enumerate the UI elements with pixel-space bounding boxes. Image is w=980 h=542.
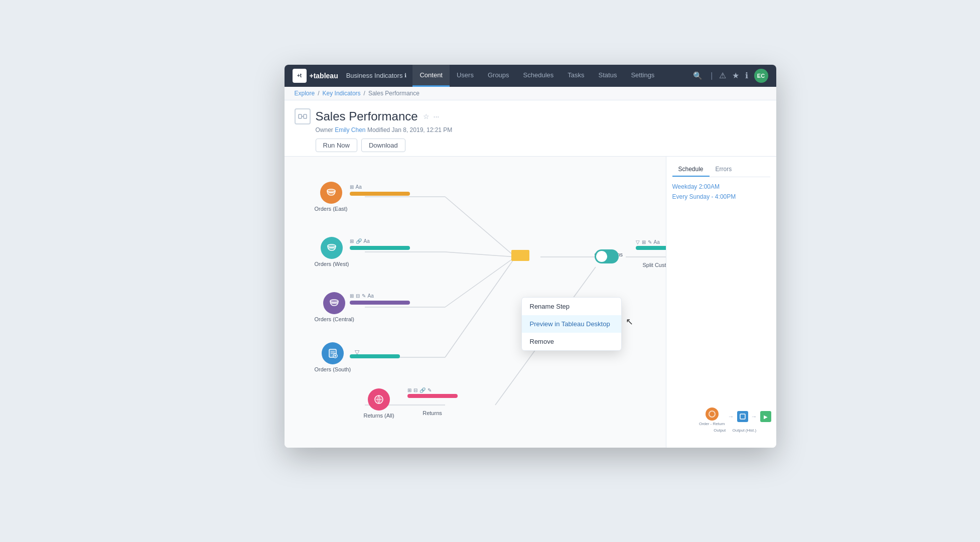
r-icon-1: ⊞	[407, 387, 411, 393]
node-orders-central[interactable]: Orders (Central)	[315, 292, 354, 322]
alert-icon[interactable]: ⚠	[719, 71, 726, 80]
mini-arrow-2: →	[751, 413, 757, 420]
west-step-icons: ⊞ 🔗 Aa	[350, 238, 410, 244]
orders-south-icon	[322, 342, 344, 364]
union-node[interactable]	[511, 248, 536, 268]
tab-content[interactable]: Content	[412, 65, 450, 87]
logo-text: +tableau	[310, 72, 338, 80]
central-step-icons: ⊞ ⊟ ✎ Aa	[350, 293, 410, 299]
mini-flow-area: Order - Return → → ▶ Output Output (Hist…	[699, 408, 771, 433]
flow-canvas[interactable]: Orders (East) ⊞ Aa Ord	[285, 157, 666, 448]
orders-west-icon	[321, 237, 343, 259]
node-orders-east[interactable]: Orders (East)	[315, 182, 348, 212]
mini-label-1: Order - Return	[699, 422, 725, 426]
avatar[interactable]: EC	[754, 69, 768, 83]
page-title-row: Sales Performance ☆ ···	[295, 108, 766, 124]
svg-line-4	[445, 197, 515, 257]
owner-link[interactable]: Emily Chen	[335, 126, 365, 133]
page-header: Sales Performance ☆ ··· Owner Emily Chen…	[285, 100, 776, 157]
breadcrumb-sep1: /	[318, 90, 319, 97]
node-returns-all[interactable]: Returns (All)	[364, 388, 394, 419]
cursor-indicator: ↖	[626, 316, 633, 327]
right-panel: Schedule Errors Weekday 2:00AM Every Sun…	[666, 157, 776, 448]
r-icon-2: ⊟	[413, 387, 417, 393]
mini-arrow-1: →	[728, 413, 734, 420]
context-menu-rename[interactable]: Rename Step	[522, 298, 621, 315]
node-orders-south[interactable]: Orders (South)	[315, 342, 351, 372]
toggle-switch	[595, 249, 619, 263]
mini-labels-row: Output Output (Hist.)	[714, 428, 756, 433]
east-step-area: ⊞ Aa	[350, 184, 410, 196]
split-customer-label: Split Customer	[636, 262, 666, 268]
context-menu-preview[interactable]: Preview in Tableau Desktop	[522, 315, 621, 333]
east-step-bar[interactable]	[350, 192, 410, 196]
more-icon[interactable]: ···	[434, 112, 440, 120]
page-flow-icon	[295, 108, 311, 124]
split-step-bar[interactable]	[636, 246, 666, 250]
orders-west-label: Orders (West)	[315, 261, 349, 267]
page-actions: Run Now Download	[316, 139, 766, 152]
svg-rect-1	[304, 114, 307, 118]
modified-text: Modified Jan 8, 2019, 12:21 PM	[367, 126, 452, 133]
page-title: Sales Performance	[316, 109, 418, 123]
tab-schedules[interactable]: Schedules	[516, 65, 561, 87]
central-step-bar[interactable]	[350, 301, 410, 305]
logo-icon: +t	[293, 69, 307, 83]
svg-line-10	[445, 257, 515, 357]
breadcrumb-explore[interactable]: Explore	[295, 90, 315, 97]
breadcrumb: Explore / Key Indicators / Sales Perform…	[285, 87, 776, 100]
orders-east-label: Orders (East)	[315, 206, 348, 212]
breadcrumb-current: Sales Performance	[368, 90, 419, 97]
mini-icon-3: ▶	[760, 411, 771, 422]
c-icon-4: Aa	[368, 293, 374, 299]
s-icon-3: ✎	[648, 239, 652, 245]
tab-status[interactable]: Status	[592, 65, 624, 87]
info-icon[interactable]: ℹ	[745, 71, 748, 80]
svg-line-6	[445, 252, 515, 257]
schedule-item-2[interactable]: Every Sunday - 4:00PM	[672, 193, 770, 200]
panel-tab-schedule[interactable]: Schedule	[672, 163, 710, 177]
east-icon-1: ⊞	[350, 184, 354, 190]
returns-step-bar[interactable]	[407, 394, 458, 398]
owner-label: Owner	[316, 126, 335, 133]
west-icon-2: 🔗	[356, 238, 362, 244]
returns-label: Returns	[407, 410, 458, 416]
c-icon-3: ✎	[362, 293, 366, 299]
s-icon-2: ⊞	[642, 239, 646, 245]
svg-rect-29	[740, 414, 745, 419]
orders-returns-node[interactable]: s + Returns	[595, 249, 623, 257]
nav-right: 🔍 | ⚠ ★ ℹ EC	[690, 69, 768, 83]
run-now-button[interactable]: Run Now	[316, 139, 357, 152]
c-icon-2: ⊟	[356, 293, 360, 299]
page-title-icons: ☆ ···	[423, 112, 440, 120]
east-step-icons: ⊞ Aa	[350, 184, 410, 190]
nav-tabs: Content Users Groups Schedules Tasks Sta…	[412, 65, 661, 87]
nav-logo: +t +tableau	[293, 69, 338, 83]
panel-tab-errors[interactable]: Errors	[710, 163, 738, 177]
breadcrumb-sep2: /	[364, 90, 365, 97]
orders-east-icon	[320, 182, 342, 204]
schedule-item-1[interactable]: Weekday 2:00AM	[672, 183, 770, 190]
context-menu-remove[interactable]: Remove	[522, 333, 621, 350]
r-icon-4: ✎	[428, 387, 432, 393]
nav-workspace[interactable]: Business Indicators ℹ	[346, 72, 407, 79]
star-icon[interactable]: ★	[732, 71, 739, 80]
tab-users[interactable]: Users	[450, 65, 481, 87]
mini-icon-2	[737, 411, 748, 422]
west-step-bar[interactable]	[350, 246, 410, 250]
west-icon-3: Aa	[364, 238, 370, 244]
tab-groups[interactable]: Groups	[481, 65, 516, 87]
tab-settings[interactable]: Settings	[624, 65, 661, 87]
tab-tasks[interactable]: Tasks	[561, 65, 591, 87]
download-button[interactable]: Download	[361, 139, 405, 152]
favorite-icon[interactable]: ☆	[423, 112, 430, 120]
breadcrumb-key-indicators[interactable]: Key Indicators	[323, 90, 361, 97]
search-icon[interactable]: 🔍	[690, 69, 705, 83]
c-icon-1: ⊞	[350, 293, 354, 299]
main-content: Orders (East) ⊞ Aa Ord	[285, 157, 776, 448]
south-step-bar[interactable]	[350, 354, 400, 358]
toggle-knob	[596, 251, 607, 262]
returns-step-area: ⊞ ⊟ 🔗 ✎ Returns	[407, 387, 458, 416]
mini-icon-1	[706, 408, 719, 421]
node-orders-west[interactable]: Orders (West)	[315, 237, 349, 267]
